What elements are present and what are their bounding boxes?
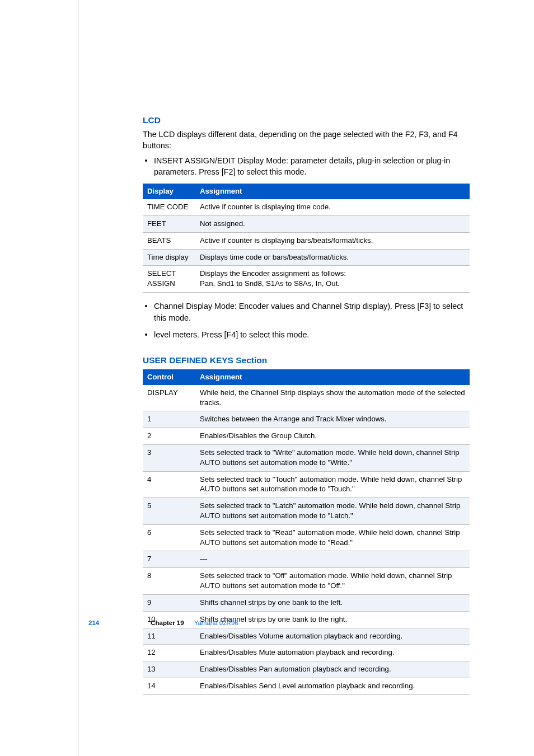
cell-display: Time display: [143, 249, 195, 266]
cell-control: 3: [143, 444, 195, 471]
cell-control: 6: [143, 524, 195, 551]
table-row: TIME CODE Active if counter is displayin…: [143, 199, 470, 215]
lcd-table: Display Assignment TIME CODE Active if c…: [143, 184, 470, 293]
page-number: 214: [88, 618, 99, 628]
lcd-bullet-after-2-text: level meters. Press [F4] to select this …: [154, 329, 309, 341]
cell-assignment: Shifts channel strips by one bank to the…: [195, 594, 470, 611]
table-row: SELECT ASSIGN Displays the Encoder assig…: [143, 266, 470, 293]
lcd-bullet-after-1: Channel Display Mode: Encoder values and…: [143, 300, 470, 323]
cell-control: 5: [143, 498, 195, 525]
cell-assignment: Displays time code or bars/beats/format/…: [195, 249, 470, 266]
table-row: 4 Sets selected track to "Touch" automat…: [143, 471, 470, 498]
table-row: 13 Enables/Disables Pan automation playb…: [143, 661, 470, 678]
table-row: BEATS Active if counter is displaying ba…: [143, 232, 470, 249]
cell-assignment: Sets selected track to "Read" automation…: [195, 524, 470, 551]
chapter-title: Yamaha 02R96: [194, 618, 238, 628]
table-row: 5 Sets selected track to "Latch" automat…: [143, 498, 470, 525]
cell-control: 14: [143, 678, 195, 694]
udk-table: Control Assignment DISPLAY While held, t…: [143, 369, 470, 695]
bullet-icon: [145, 159, 147, 162]
cell-control: 4: [143, 471, 195, 498]
bullet-icon: [145, 334, 147, 336]
lcd-intro: The LCD displays different data, dependi…: [143, 129, 470, 151]
lcd-bullet-after-2: level meters. Press [F4] to select this …: [143, 329, 470, 341]
cell-assignment: Enables/Disables Mute automation playbac…: [195, 645, 470, 661]
cell-assignment: Enables/Disables Volume automation playb…: [195, 628, 470, 645]
udk-heading: USER DEFINED KEYS Section: [143, 354, 470, 367]
table-row: 3 Sets selected track to "Write" automat…: [143, 444, 470, 471]
cell-assignment: Sets selected track to "Write" automatio…: [195, 444, 470, 471]
table-row: 6 Sets selected track to "Read" automati…: [143, 524, 470, 551]
table-row: 7 —: [143, 551, 470, 568]
cell-control: 12: [143, 645, 195, 661]
cell-assignment: Enables/Disables Pan automation playback…: [195, 661, 470, 678]
table-row: 2 Enables/Disables the Group Clutch.: [143, 428, 470, 445]
chapter-label: Chapter 19: [151, 618, 184, 628]
cell-control: 8: [143, 568, 195, 595]
cell-control: 7: [143, 551, 195, 568]
page-footer: 214 Chapter 19 Yamaha 02R96: [88, 618, 238, 628]
lcd-th-display: Display: [143, 184, 195, 199]
table-row: 14 Enables/Disables Send Level automatio…: [143, 678, 470, 694]
table-row: FEET Not assigned.: [143, 215, 470, 232]
cell-assignment: Not assigned.: [195, 215, 470, 232]
lcd-heading: LCD: [143, 114, 470, 126]
cell-assignment: Displays the Encoder assignment as follo…: [195, 266, 470, 293]
cell-assignment: Enables/Disables the Group Clutch.: [195, 428, 470, 445]
table-row: DISPLAY While held, the Channel Strip di…: [143, 385, 470, 411]
table-row: 12 Enables/Disables Mute automation play…: [143, 645, 470, 661]
udk-th-control: Control: [143, 369, 195, 385]
cell-assignment: Active if counter is displaying time cod…: [195, 199, 470, 215]
cell-assignment: Sets selected track to "Latch" automatio…: [195, 498, 470, 525]
lcd-bullet-after-1-text: Channel Display Mode: Encoder values and…: [154, 300, 470, 323]
table-row: Time display Displays time code or bars/…: [143, 249, 470, 266]
lcd-th-assignment: Assignment: [195, 184, 470, 199]
cell-control: DISPLAY: [143, 385, 195, 411]
udk-th-assignment: Assignment: [195, 369, 470, 385]
cell-assignment: Active if counter is displaying bars/bea…: [195, 232, 470, 249]
cell-control: 13: [143, 661, 195, 678]
cell-assignment: While held, the Channel Strip displays s…: [195, 385, 470, 411]
cell-display: BEATS: [143, 232, 195, 249]
cell-control: 9: [143, 594, 195, 611]
cell-assignment: —: [195, 551, 470, 568]
table-row: 1 Switches between the Arrange and Track…: [143, 411, 470, 428]
lcd-bullet-top: INSERT ASSIGN/EDIT Display Mode: paramet…: [143, 155, 470, 178]
cell-assignment: Sets selected track to "Touch" automatio…: [195, 471, 470, 498]
cell-control: 11: [143, 628, 195, 645]
table-row: 8 Sets selected track to "Off" automatio…: [143, 568, 470, 595]
table-row: 11 Enables/Disables Volume automation pl…: [143, 628, 470, 645]
cell-assignment: Sets selected track to "Off" automation …: [195, 568, 470, 595]
bullet-icon: [145, 305, 147, 307]
cell-control: 1: [143, 411, 195, 428]
cell-display: SELECT ASSIGN: [143, 266, 195, 293]
table-row: 9 Shifts channel strips by one bank to t…: [143, 594, 470, 611]
cell-control: 2: [143, 428, 195, 445]
page-content: LCD The LCD displays different data, dep…: [143, 114, 470, 703]
cell-display: TIME CODE: [143, 199, 195, 215]
cell-display: FEET: [143, 215, 195, 232]
cell-assignment: Switches between the Arrange and Track M…: [195, 411, 470, 428]
page-side-rule: [78, 0, 78, 756]
lcd-bullet-top-text: INSERT ASSIGN/EDIT Display Mode: paramet…: [154, 155, 470, 178]
cell-assignment: Enables/Disables Send Level automation p…: [195, 678, 470, 694]
